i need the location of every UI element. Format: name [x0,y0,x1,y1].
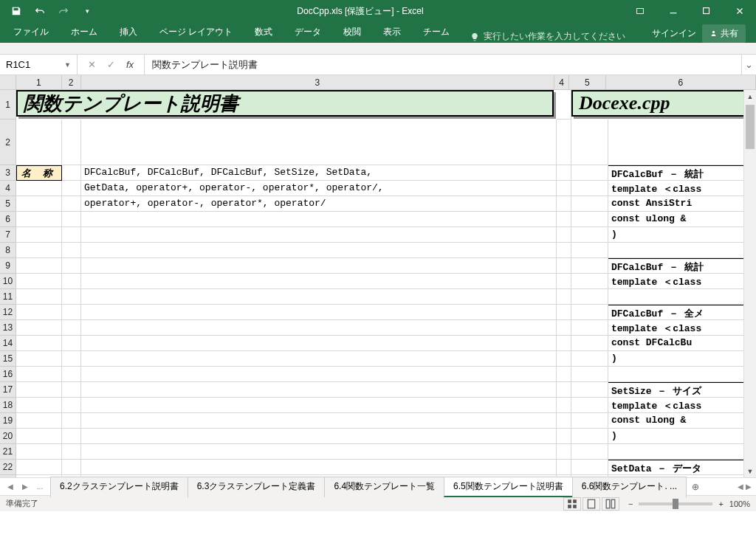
row-header[interactable]: 4 [0,181,16,196]
vertical-scrollbar[interactable]: ▲ ▼ [743,90,756,477]
cell[interactable] [62,274,81,289]
new-sheet-button[interactable]: ⊕ [686,482,705,492]
cell[interactable] [16,444,62,460]
cell-r3c6[interactable]: DFCalcBuf － 統計 [608,165,753,181]
tell-me-search[interactable]: 実行したい作業を入力してください [470,30,625,43]
cell[interactable] [571,289,608,305]
cell[interactable] [16,305,62,320]
cell[interactable] [571,475,608,477]
cell[interactable] [557,367,571,382]
cell-r23c6[interactable]: template ＜class [608,475,753,477]
tab-insert[interactable]: 挿入 [109,21,148,43]
cell[interactable] [557,227,571,243]
cell-r22c6[interactable]: SetData － データ [608,460,753,475]
cell[interactable] [81,413,557,429]
cell[interactable] [16,212,62,227]
formula-input[interactable]: 関数テンプレート説明書 [145,55,741,75]
zoom-in-button[interactable]: + [718,499,723,508]
cell[interactable] [62,196,81,212]
cell-r4c3[interactable]: GetData, operator+, operator-, operator*… [81,181,557,196]
cell[interactable] [62,413,81,429]
cell-r5c6[interactable]: const AnsiStri [608,196,753,212]
cell[interactable] [62,243,81,258]
row-header[interactable]: 15 [0,351,16,367]
cell[interactable] [571,336,608,351]
cell[interactable] [16,398,62,413]
row-header[interactable]: 10 [0,274,16,289]
cell[interactable] [16,320,62,336]
cell[interactable] [81,351,557,367]
cell[interactable] [571,460,608,475]
cell[interactable] [557,413,571,429]
cell[interactable] [16,196,62,212]
zoom-out-button[interactable]: − [628,499,633,508]
cell[interactable] [608,289,753,305]
cell[interactable] [571,274,608,289]
cell[interactable] [62,227,81,243]
accept-formula-button[interactable]: ✓ [101,55,120,75]
cell[interactable] [62,305,81,320]
cell[interactable] [571,181,608,196]
cell[interactable] [81,212,557,227]
col-header-6[interactable]: 6 [606,75,756,90]
cell[interactable] [571,413,608,429]
maximize-button[interactable] [690,0,723,22]
cell[interactable] [81,382,557,398]
cell[interactable] [571,382,608,398]
row-header[interactable]: 22 [0,460,16,475]
cell[interactable] [62,398,81,413]
name-label-cell[interactable]: 名 称 [16,165,62,181]
cell[interactable] [62,351,81,367]
cell[interactable] [16,413,62,429]
zoom-slider[interactable] [639,502,712,505]
cell[interactable] [62,181,81,196]
cell[interactable] [81,289,557,305]
signin-link[interactable]: サインイン [652,27,696,40]
share-button[interactable]: 共有 [702,24,746,43]
cell[interactable] [557,320,571,336]
col-header-1[interactable]: 1 [16,75,62,90]
cell-r15c6[interactable]: ) [608,351,753,367]
cell[interactable] [62,460,81,475]
cell[interactable] [62,367,81,382]
cell[interactable] [571,320,608,336]
tab-data[interactable]: データ [284,21,331,43]
cell-r7c6[interactable]: ) [608,227,753,243]
cell[interactable] [571,243,608,258]
cell[interactable] [557,460,571,475]
cell[interactable] [16,460,62,475]
zoom-level[interactable]: 100% [729,499,750,508]
cell[interactable] [81,429,557,444]
row-header[interactable]: 19 [0,413,16,429]
redo-button[interactable] [53,2,74,20]
cell[interactable] [62,258,81,274]
row-header[interactable]: 8 [0,243,16,258]
cell[interactable] [81,460,557,475]
title-cell-left[interactable]: 関数テンプレート説明書 [16,90,554,117]
cell[interactable] [62,382,81,398]
sheet-nav-prev[interactable]: ◀ [4,483,16,491]
tab-team[interactable]: チーム [413,21,460,43]
cell[interactable] [16,429,62,444]
cell[interactable] [571,212,608,227]
row-header[interactable]: 16 [0,367,16,382]
row-header[interactable]: 13 [0,320,16,336]
cell[interactable] [81,398,557,413]
row-header[interactable]: 2 [0,120,16,165]
cell[interactable] [81,475,557,477]
col-header-3[interactable]: 3 [81,75,554,90]
cell-r5c3[interactable]: operator+, operator-, operator*, operato… [81,196,557,212]
sheet-nav-next[interactable]: ▶ [19,483,31,491]
minimize-button[interactable] [656,0,690,22]
undo-button[interactable] [30,2,50,20]
row-header[interactable]: 1 [0,90,16,120]
expand-formula-bar-button[interactable]: ⌄ [741,55,756,75]
cell[interactable] [62,212,81,227]
zoom-slider-thumb[interactable] [673,499,678,509]
cell[interactable] [557,398,571,413]
cell[interactable] [571,398,608,413]
cell[interactable] [81,305,557,320]
cancel-formula-button[interactable]: ✕ [82,55,101,75]
cell[interactable] [62,165,81,181]
row-header[interactable]: 5 [0,196,16,212]
